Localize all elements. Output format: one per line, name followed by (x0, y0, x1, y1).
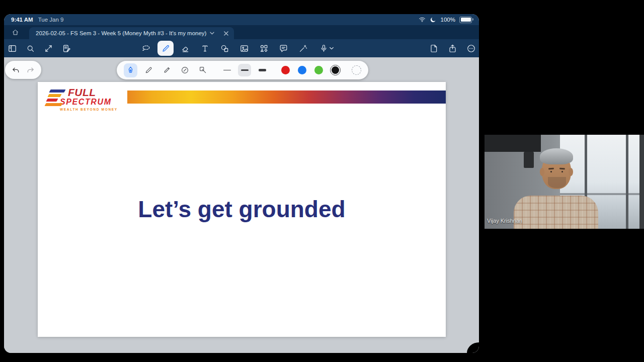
window-rail (560, 193, 644, 195)
custom-color-button[interactable] (352, 65, 361, 75)
more-icon[interactable] (464, 41, 478, 55)
logo-tagline: WEALTH BEYOND MONEY (60, 108, 140, 111)
chevron-down-icon[interactable] (210, 32, 214, 35)
undo-button[interactable] (11, 65, 21, 75)
undo-redo-toolbar (5, 61, 41, 79)
clock-date: Tue Jan 9 (38, 17, 64, 23)
main-toolbar (4, 39, 479, 57)
status-bar: 9:41 AM Tue Jan 9 100% (4, 14, 479, 25)
pen-tool[interactable] (157, 41, 174, 56)
pointer-tool[interactable] (295, 41, 311, 56)
document-title: 2026-02-05 - FS Sem 3 - Week 5 (Money My… (36, 30, 206, 36)
shape-pen-button[interactable] (178, 63, 192, 77)
comment-tool[interactable] (275, 41, 291, 56)
fill-pen-button[interactable] (196, 63, 210, 77)
add-page-icon[interactable] (427, 41, 441, 55)
color-green-button[interactable] (312, 64, 325, 76)
wifi-icon (419, 16, 426, 23)
text-tool[interactable] (197, 41, 213, 56)
sidebar-thumbnails-icon[interactable] (5, 41, 19, 55)
share-icon[interactable] (445, 41, 459, 55)
clock-time: 9:41 AM (11, 17, 33, 23)
tab-close-icon[interactable] (224, 31, 228, 36)
expand-arrows-icon[interactable] (41, 41, 55, 55)
pen-style-toolbar (117, 61, 368, 79)
battery-percent: 100% (441, 17, 455, 23)
eraser-tool[interactable] (177, 41, 193, 56)
ballpoint-pen-button[interactable] (142, 63, 155, 77)
participant-name-label: Vijay Krishnan (487, 218, 522, 224)
color-red-button[interactable] (279, 64, 291, 76)
tab-bar: 2026-02-05 - FS Sem 3 - Week 5 (Money My… (4, 25, 479, 39)
page-curl[interactable] (467, 342, 479, 353)
color-blue-button[interactable] (296, 64, 308, 76)
shapes-tool[interactable] (216, 41, 232, 56)
record-audio-button[interactable] (314, 41, 338, 56)
person-hair (540, 148, 573, 164)
slide-banner-gradient (127, 90, 446, 104)
chevron-down-icon (330, 47, 334, 50)
person-stubble (548, 177, 566, 188)
slide-title: Let’s get grounded (38, 196, 446, 223)
quick-note-icon[interactable] (59, 41, 73, 55)
stroke-medium-button[interactable] (238, 64, 251, 76)
logo-glyph-icon (45, 89, 67, 107)
stroke-thin-button[interactable] (220, 64, 233, 76)
redo-button[interactable] (26, 65, 35, 75)
color-black-button[interactable] (329, 64, 341, 76)
screen-root: 9:41 AM Tue Jan 9 100% 2026-02-05 - FS S… (0, 0, 644, 362)
elements-tool[interactable] (256, 41, 272, 56)
window-mullion (626, 135, 628, 229)
shelf (485, 135, 541, 152)
search-icon[interactable] (23, 41, 37, 55)
speaker (524, 152, 534, 168)
person-eye (561, 171, 563, 172)
note-canvas[interactable]: FULL SPECTRUM WEALTH BEYOND MONEY Let’s … (4, 57, 479, 353)
person-shirt (514, 196, 598, 229)
window-curtain (639, 135, 644, 229)
image-tool[interactable] (236, 41, 252, 56)
home-button[interactable] (4, 25, 26, 39)
fountain-pen-button[interactable] (124, 63, 137, 77)
person-eye (550, 171, 552, 172)
shared-ipad-screen: 9:41 AM Tue Jan 9 100% 2026-02-05 - FS S… (4, 14, 479, 353)
stroke-thick-button[interactable] (256, 64, 269, 76)
full-spectrum-logo: FULL SPECTRUM WEALTH BEYOND MONEY (45, 87, 140, 113)
lasso-tool[interactable] (138, 41, 154, 56)
moon-focus-icon (430, 16, 437, 23)
battery-icon (459, 17, 472, 23)
brush-pen-button[interactable] (160, 63, 174, 77)
document-tab[interactable]: 2026-02-05 - FS Sem 3 - Week 5 (Money My… (29, 27, 234, 39)
slide-page[interactable]: FULL SPECTRUM WEALTH BEYOND MONEY Let’s … (38, 82, 446, 337)
participant-video-tile[interactable]: Vijay Krishnan (485, 135, 644, 229)
